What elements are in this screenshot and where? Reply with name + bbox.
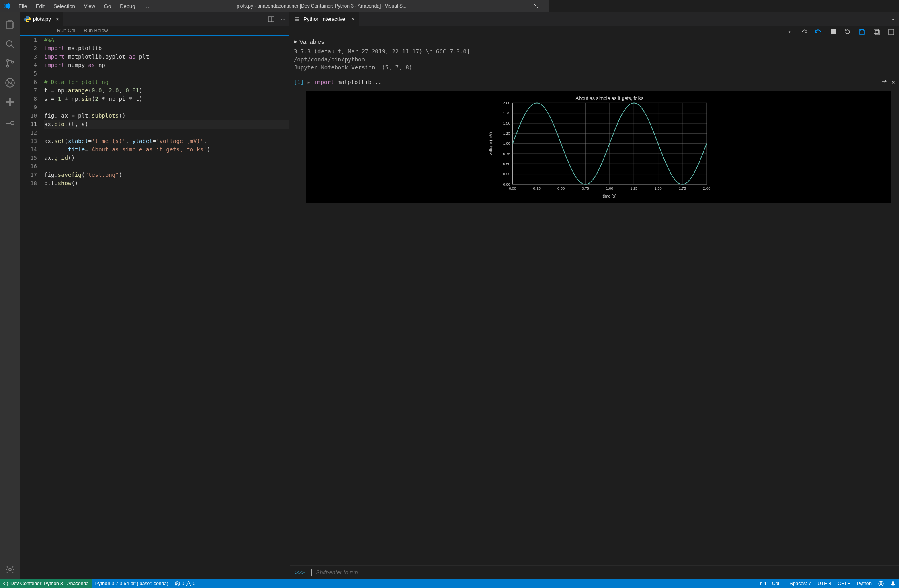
codelens-row: Run Cell | Run Below — [20, 26, 289, 36]
matplotlib-chart: About as simple as it gets, folks0.000.2… — [310, 95, 549, 199]
menu-selection[interactable]: Selection — [49, 2, 79, 11]
vscode-logo-icon — [3, 2, 10, 10]
tab-close-icon[interactable]: × — [352, 16, 355, 22]
interactive-tab-bar: Python Interactive × ··· — [290, 12, 549, 26]
svg-point-2 — [6, 41, 12, 46]
interactive-pane: Python Interactive × ··· × ▶ Variables 3… — [290, 12, 549, 359]
menu-view[interactable]: View — [80, 2, 99, 11]
svg-point-3 — [7, 60, 9, 62]
tab-python-interactive[interactable]: Python Interactive × — [290, 12, 359, 26]
svg-rect-9 — [10, 102, 14, 106]
more-actions-icon[interactable]: ··· — [281, 16, 285, 22]
svg-text:1.75: 1.75 — [503, 111, 510, 115]
debug-icon[interactable] — [0, 73, 20, 92]
svg-rect-8 — [6, 102, 10, 106]
python-file-icon — [24, 16, 31, 22]
close-button[interactable] — [527, 0, 545, 12]
svg-text:1.25: 1.25 — [503, 131, 510, 135]
svg-rect-1 — [516, 4, 520, 8]
activity-bar — [0, 12, 20, 359]
svg-text:2.00: 2.00 — [503, 101, 510, 105]
cell-code-summary: import matplotlib... — [314, 79, 382, 85]
svg-point-12 — [11, 121, 14, 125]
svg-text:1.00: 1.00 — [503, 141, 510, 145]
menu-bar: FileEditSelectionViewGoDebug… — [14, 2, 153, 11]
cell-index-label: [1] — [294, 79, 304, 85]
tab-plots-py[interactable]: plots.py × — [20, 12, 63, 26]
source-control-icon[interactable] — [0, 54, 20, 73]
svg-rect-0 — [497, 6, 502, 6]
menu-file[interactable]: File — [14, 2, 31, 11]
extensions-icon[interactable] — [0, 92, 20, 112]
remote-explorer-icon[interactable] — [0, 112, 20, 131]
list-icon — [294, 16, 299, 22]
svg-rect-20 — [486, 95, 549, 199]
title-bar: FileEditSelectionViewGoDebug… plots.py -… — [0, 0, 549, 12]
search-icon[interactable] — [0, 35, 20, 54]
svg-text:0.50: 0.50 — [503, 162, 510, 166]
svg-rect-10 — [10, 98, 14, 102]
svg-text:0.25: 0.25 — [533, 186, 541, 190]
interactive-tab-label: Python Interactive — [303, 16, 345, 22]
window-title: plots.py - anacondacontainer [Dev Contai… — [153, 3, 490, 9]
line-number-gutter: 123456789101112131415161718 — [20, 36, 44, 359]
split-editor-icon[interactable] — [268, 16, 274, 22]
interactive-toolbar: × — [290, 26, 549, 37]
chevron-right-icon: ▶ — [294, 39, 297, 44]
codelens-run-below[interactable]: Run Below — [84, 28, 108, 33]
codelens-run-cell[interactable]: Run Cell — [57, 28, 76, 33]
tab-label: plots.py — [33, 16, 51, 22]
svg-text:0.00: 0.00 — [509, 186, 516, 190]
plot-output: About as simple as it gets, folks0.000.2… — [306, 91, 549, 203]
editor-pane: plots.py × ··· Run Cell | Run Below 1234… — [20, 12, 289, 359]
code-editor[interactable]: 123456789101112131415161718 #%%import ma… — [20, 36, 289, 359]
svg-text:voltage (mV): voltage (mV) — [489, 132, 493, 155]
codelens-separator: | — [79, 28, 80, 33]
variables-label: Variables — [299, 38, 324, 45]
svg-text:1.50: 1.50 — [503, 121, 510, 125]
menu-debug[interactable]: Debug — [116, 2, 139, 11]
svg-point-4 — [7, 65, 9, 67]
svg-rect-7 — [6, 98, 10, 102]
menu-edit[interactable]: Edit — [32, 2, 49, 11]
svg-text:0.75: 0.75 — [503, 152, 510, 156]
code-content[interactable]: #%%import matplotlibimport matplotlib.py… — [44, 36, 289, 359]
minimize-button[interactable] — [490, 0, 508, 12]
window-controls — [490, 0, 545, 12]
variables-section-header[interactable]: ▶ Variables — [290, 37, 549, 46]
explorer-icon[interactable] — [0, 15, 20, 35]
tab-close-icon[interactable]: × — [56, 16, 59, 22]
maximize-button[interactable] — [508, 0, 527, 12]
menu-…[interactable]: … — [140, 2, 153, 11]
chevron-right-icon[interactable]: ▸ — [307, 79, 310, 85]
svg-text:0.00: 0.00 — [503, 182, 510, 186]
svg-text:0.25: 0.25 — [503, 172, 510, 176]
editor-actions: ··· — [268, 12, 289, 26]
menu-go[interactable]: Go — [100, 2, 115, 11]
cell-row: [1] ▸ import matplotlib... × — [290, 76, 549, 88]
editor-tab-bar: plots.py × ··· — [20, 12, 289, 26]
kernel-info: 3.7.3 (default, Mar 27 2019, 22:11:17) \… — [290, 46, 549, 76]
